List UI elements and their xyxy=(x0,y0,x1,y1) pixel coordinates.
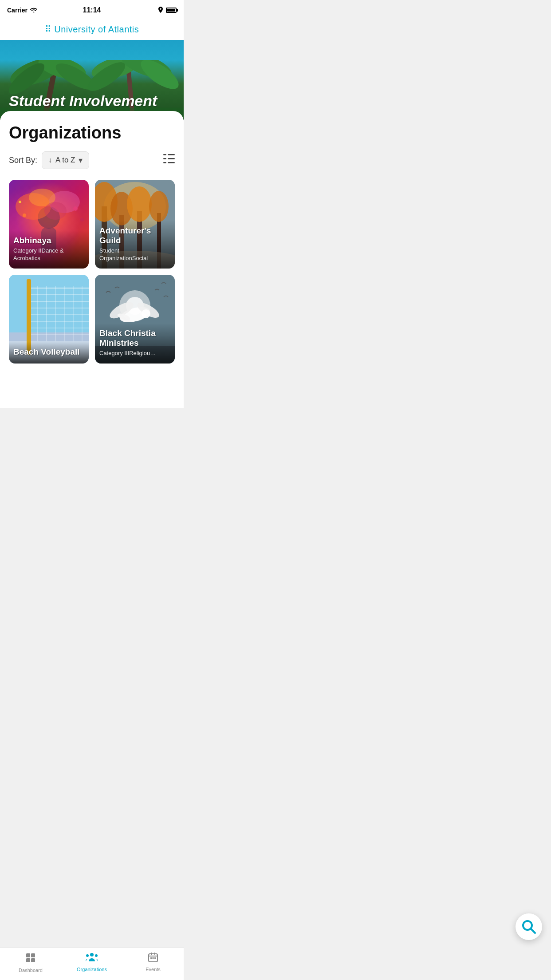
status-right xyxy=(158,7,177,14)
university-dots-icon: ⠿ xyxy=(45,24,52,34)
sort-arrow-icon: ↓ xyxy=(48,156,52,164)
carrier-label: Carrier xyxy=(7,7,28,14)
svg-rect-13 xyxy=(168,158,175,159)
svg-rect-14 xyxy=(163,158,166,159)
svg-point-22 xyxy=(44,202,67,220)
sort-selected-value: A to Z xyxy=(55,156,75,165)
card-overlay-adventurers: Adventurer's Guild StudentOrganizationSo… xyxy=(95,221,175,269)
university-name: ⠿ University of Atlantis xyxy=(7,24,177,35)
svg-rect-11 xyxy=(168,154,175,155)
hero-banner: Student Involvement xyxy=(0,40,184,120)
chevron-down-icon: ▾ xyxy=(79,155,83,165)
list-view-icon[interactable] xyxy=(163,154,175,166)
org-card-abhinaya[interactable]: Abhinaya Category IIDance &Acrobatics xyxy=(9,180,89,269)
main-content: Organizations Sort By: ↓ A to Z ▾ xyxy=(0,111,184,408)
org-name-volleyball: Beach Volleyball xyxy=(13,347,84,357)
org-card-adventurers-guild[interactable]: Adventurer's Guild StudentOrganizationSo… xyxy=(95,180,175,269)
svg-rect-12 xyxy=(163,154,166,155)
organizations-title: Organizations xyxy=(9,123,175,142)
hero-title: Student Involvement xyxy=(9,93,157,109)
card-overlay-black-christian: Black ChristiaMinistries Category IIIRel… xyxy=(95,323,175,364)
org-name-black-christian: Black ChristiaMinistries xyxy=(99,328,170,349)
org-category-abhinaya: Category IIDance &Acrobatics xyxy=(13,247,84,262)
org-grid: Abhinaya Category IIDance &Acrobatics xyxy=(9,180,175,364)
sort-left: Sort By: ↓ A to Z ▾ xyxy=(9,151,89,169)
sort-by-label: Sort By: xyxy=(9,156,37,165)
wifi-icon xyxy=(30,7,37,14)
svg-rect-16 xyxy=(163,162,166,163)
svg-point-23 xyxy=(23,213,26,217)
svg-rect-15 xyxy=(168,162,175,163)
app-header: ⠿ University of Atlantis xyxy=(0,20,184,40)
sort-dropdown[interactable]: ↓ A to Z ▾ xyxy=(42,151,89,169)
org-name-abhinaya: Abhinaya xyxy=(13,236,84,246)
svg-point-24 xyxy=(73,206,78,211)
org-category-adventurers: StudentOrganizationSocial xyxy=(99,247,170,262)
org-card-beach-volleyball[interactable]: Beach Volleyball xyxy=(9,275,89,364)
svg-point-62 xyxy=(142,309,150,318)
svg-point-9 xyxy=(137,60,183,95)
card-overlay-volleyball: Beach Volleyball xyxy=(9,342,89,364)
svg-point-26 xyxy=(80,218,84,221)
battery-icon xyxy=(166,8,177,13)
svg-point-36 xyxy=(149,191,169,222)
svg-point-25 xyxy=(19,201,21,203)
svg-rect-38 xyxy=(9,275,89,332)
org-card-black-christian-ministries[interactable]: Black ChristiaMinistries Category IIIRel… xyxy=(95,275,175,364)
card-overlay-abhinaya: Abhinaya Category IIDance &Acrobatics xyxy=(9,230,89,269)
status-left: Carrier xyxy=(7,7,37,14)
svg-point-34 xyxy=(127,186,152,222)
status-bar: Carrier 11:14 xyxy=(0,0,184,20)
org-category-black-christian: Category IIIReligiou… xyxy=(99,350,170,357)
org-name-adventurers: Adventurer's Guild xyxy=(99,226,170,246)
location-icon xyxy=(158,7,163,14)
status-time: 11:14 xyxy=(83,6,101,14)
sort-bar: Sort By: ↓ A to Z ▾ xyxy=(9,151,175,169)
